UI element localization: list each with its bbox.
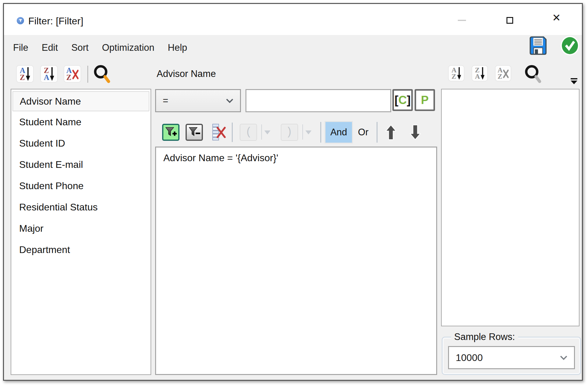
sort-descending-button-disabled[interactable]: ZA (471, 65, 488, 82)
maximize-button[interactable] (506, 17, 513, 24)
list-item-major[interactable]: Major (11, 218, 151, 239)
toolbar-separator (87, 66, 88, 83)
case-letter: C (398, 94, 407, 106)
values-list[interactable] (441, 89, 579, 326)
remove-filter-button[interactable] (186, 124, 203, 141)
open-paren-dropdown-icon[interactable] (264, 130, 270, 134)
menu-optimization[interactable]: Optimization (102, 42, 154, 53)
chevron-down-icon (560, 356, 567, 360)
open-paren-button[interactable]: ( (240, 124, 257, 141)
remove-sort-button[interactable]: AZ (64, 65, 81, 83)
operator-dropdown[interactable]: = (155, 89, 241, 112)
filter-value-input[interactable] (245, 89, 391, 112)
field-list: Advisor Name Student Name Student ID Stu… (11, 89, 151, 375)
list-item-student-phone[interactable]: Student Phone (11, 175, 151, 196)
filter-toolbar-separator (377, 122, 378, 143)
parameter-letter: P (421, 94, 429, 106)
sort-ascending-letters: AZ (20, 67, 25, 81)
bracket-open: [ (395, 94, 398, 106)
save-icon[interactable] (529, 36, 547, 55)
sort-ascending-button[interactable]: AZ (16, 65, 34, 83)
down-arrow-icon (50, 67, 54, 81)
red-x-icon (72, 68, 78, 80)
filter-dialog-window: Filter: [Filter] ✕ File Edit Sort Optimi… (3, 3, 583, 381)
sample-rows-groupbox: Sample Rows: 10000 (442, 337, 581, 375)
close-button[interactable]: ✕ (552, 12, 561, 23)
sort-ascending-letters: AZ (451, 67, 457, 80)
menu-help[interactable]: Help (168, 42, 187, 53)
dropdown-separator (261, 124, 262, 140)
remove-sort-button-disabled[interactable]: AZ (495, 65, 511, 82)
list-item-student-name[interactable]: Student Name (11, 111, 151, 133)
list-item-student-id[interactable]: Student ID (11, 133, 151, 154)
sample-rows-dropdown[interactable]: 10000 (448, 346, 575, 369)
down-arrow-icon (26, 67, 30, 81)
bracket-close: ] (407, 94, 411, 106)
sort-descending-letters: ZA (475, 67, 480, 80)
add-filter-button[interactable] (162, 124, 179, 141)
list-item-department[interactable]: Department (11, 239, 151, 260)
list-item-residential-status[interactable]: Residential Status (11, 196, 151, 218)
filter-app-icon (17, 17, 24, 24)
sort-descending-letters: ZA (44, 67, 49, 81)
funnel-plus-icon (165, 126, 177, 139)
remove-sort-letters: AZ (66, 67, 72, 81)
clear-all-filters-icon[interactable] (212, 124, 226, 141)
collapse-panel-icon[interactable] (570, 78, 578, 84)
sort-ascending-button-disabled[interactable]: AZ (448, 65, 464, 82)
list-item-student-email[interactable]: Student E-mail (11, 154, 151, 175)
filter-expression-line[interactable]: Advisor Name = '{Advisor}' (163, 152, 436, 164)
filter-toolbar-separator (320, 122, 321, 143)
parameter-button[interactable]: P (415, 89, 435, 111)
search-icon-disabled[interactable] (524, 64, 542, 84)
search-icon[interactable] (93, 64, 111, 84)
filter-expression-area[interactable]: Advisor Name = '{Advisor}' (155, 147, 437, 375)
window-title: Filter: [Filter] (28, 16, 83, 27)
move-up-button[interactable] (385, 125, 396, 140)
case-sensitive-button[interactable]: [C] (392, 89, 413, 111)
chevron-down-icon (226, 99, 233, 103)
menu-file[interactable]: File (13, 42, 28, 53)
sample-rows-value: 10000 (449, 352, 483, 363)
operator-value: = (156, 95, 168, 106)
filter-toolbar-separator (232, 123, 233, 142)
close-paren-dropdown-icon[interactable] (305, 130, 311, 134)
sort-descending-button[interactable]: ZA (40, 65, 58, 83)
down-arrow-icon (481, 67, 485, 80)
titlebar: Filter: [Filter] ✕ (4, 4, 582, 35)
down-arrow-icon (457, 67, 461, 80)
funnel-minus-icon (188, 126, 201, 139)
list-item-advisor-name[interactable]: Advisor Name (12, 91, 149, 111)
selected-field-header: Advisor Name (157, 68, 216, 79)
dropdown-separator (302, 124, 303, 140)
minimize-button[interactable] (458, 20, 466, 21)
menu-edit[interactable]: Edit (42, 42, 58, 53)
remove-sort-letters: AZ (498, 67, 503, 80)
or-button[interactable]: Or (355, 121, 372, 144)
move-down-button[interactable] (410, 125, 421, 140)
menu-sort[interactable]: Sort (71, 42, 89, 53)
gray-x-icon (503, 68, 509, 79)
and-button[interactable]: And (325, 121, 353, 144)
menubar: File Edit Sort Optimization Help (4, 35, 582, 61)
validate-check-icon[interactable] (562, 37, 578, 54)
close-paren-button[interactable]: ) (281, 124, 298, 141)
sample-rows-label: Sample Rows: (451, 331, 518, 342)
